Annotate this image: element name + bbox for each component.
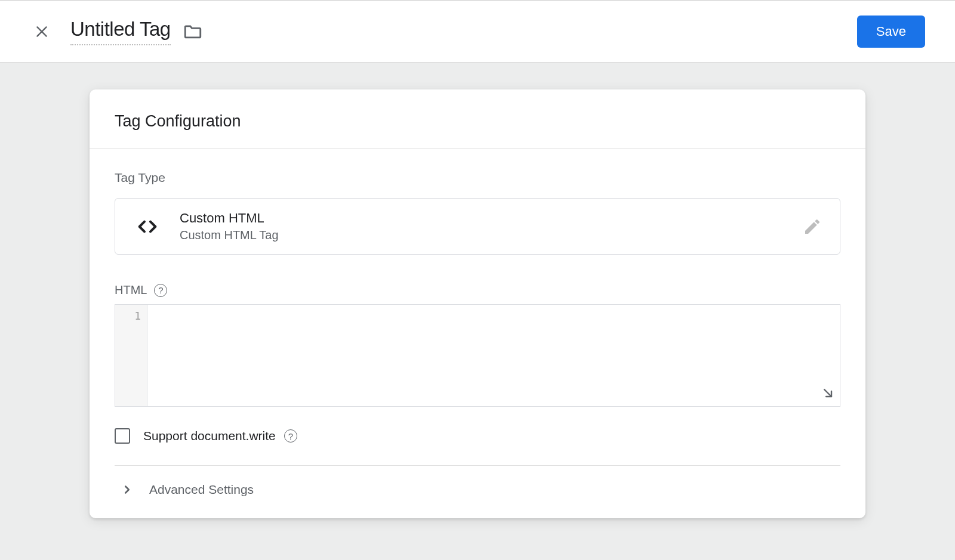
html-code-input[interactable] (147, 305, 840, 406)
html-help-button[interactable]: ? (154, 284, 167, 297)
html-label-row: HTML ? (115, 283, 840, 297)
save-button[interactable]: Save (857, 16, 925, 48)
html-field-label: HTML (115, 283, 147, 297)
svg-line-2 (824, 389, 831, 397)
tag-configuration-heading: Tag Configuration (115, 112, 840, 131)
advanced-settings-toggle[interactable]: Advanced Settings (115, 466, 840, 513)
code-gutter: 1 (115, 305, 147, 406)
folder-button[interactable] (183, 21, 203, 42)
document-write-help-button[interactable]: ? (284, 429, 297, 443)
pencil-icon (803, 217, 822, 236)
tag-configuration-card: Tag Configuration Tag Type Custom HTML C… (90, 89, 865, 518)
help-icon: ? (158, 285, 163, 295)
workspace: Tag Configuration Tag Type Custom HTML C… (0, 63, 955, 560)
chevron-right-icon (121, 483, 134, 496)
code-brackets-icon (133, 212, 162, 241)
card-header: Tag Configuration (90, 89, 865, 149)
code-editor: 1 (115, 304, 840, 407)
advanced-settings-label: Advanced Settings (149, 482, 254, 497)
support-document-write-label: Support document.write (143, 429, 276, 443)
card-body: Tag Type Custom HTML Custom HTML Tag HTM… (90, 149, 865, 518)
support-document-write-checkbox[interactable] (115, 428, 130, 444)
title-wrap: Untitled Tag (70, 18, 203, 45)
support-document-write-row: Support document.write ? (115, 428, 840, 466)
tag-type-text: Custom HTML Custom HTML Tag (180, 211, 279, 242)
folder-icon (183, 21, 203, 42)
help-icon: ? (288, 431, 293, 441)
tag-title-input[interactable]: Untitled Tag (70, 18, 171, 45)
close-icon (34, 24, 50, 39)
edit-tag-type-button[interactable] (803, 217, 822, 236)
resize-handle[interactable] (821, 386, 835, 403)
close-button[interactable] (30, 20, 54, 44)
tag-type-name: Custom HTML (180, 211, 279, 226)
header-bar: Untitled Tag Save (0, 0, 955, 63)
tag-type-sub: Custom HTML Tag (180, 228, 279, 242)
resize-arrow-icon (821, 386, 835, 400)
tag-type-selector[interactable]: Custom HTML Custom HTML Tag (115, 198, 840, 255)
tag-type-label: Tag Type (115, 171, 840, 185)
